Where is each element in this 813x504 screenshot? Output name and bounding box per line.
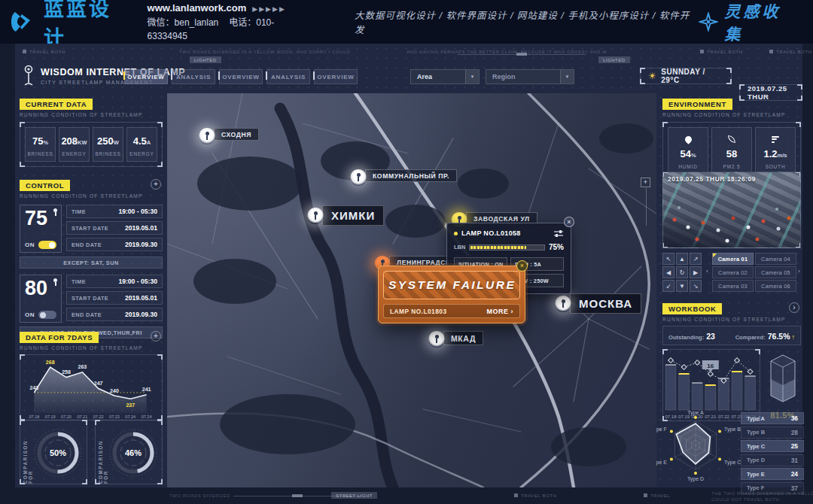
camera-dpad-left[interactable]: ◀	[662, 266, 674, 278]
stat-value: 250	[97, 135, 114, 147]
tab-overview-0[interactable]: OVERVIEW	[124, 69, 168, 84]
corner-mark	[796, 243, 801, 248]
camera-dpad-down[interactable]: ▼	[676, 280, 688, 292]
control-panel: CONTROL RUNNING CONDITION OF STREETLAMP …	[20, 178, 163, 339]
camera-dpad-up-right[interactable]: ↗	[690, 253, 702, 265]
stat-tile-briness: 250WBRINESS	[93, 127, 123, 162]
workbook-panel: WORKBOOK RUNNING CONDITION OF STREETLAMP…	[662, 301, 801, 421]
stat-tile-energy: 4.5AENERGY	[126, 127, 157, 162]
tab-overview-4[interactable]: OVERVIEW	[314, 69, 358, 84]
tab-analysis-3[interactable]: ANALYSIS	[266, 69, 310, 84]
radar-legend-row-5: Type E24	[741, 468, 804, 480]
map-label[interactable]: МОСКВА	[570, 293, 641, 314]
stat-tile-briness: 75%BRINESS	[25, 127, 56, 162]
chevron-down-icon[interactable]: ▼	[465, 70, 479, 83]
camera-dpad-right[interactable]: ▶	[690, 266, 702, 278]
schedule-row[interactable]: END DATE2019.09.30	[66, 238, 163, 251]
city-map[interactable]: +СХОДНЯКОММУНАЛЬНЫЙ ПР.ХИМКИЗАВОДСКАЯ УЛ…	[167, 93, 656, 487]
close-icon[interactable]: ×	[516, 260, 528, 272]
decor-item: LIGHTED	[598, 56, 630, 63]
expand-plus-button[interactable]: +	[151, 179, 161, 190]
radar-legend-row-3: Type C25	[741, 440, 804, 452]
map-pin-6[interactable]	[555, 296, 571, 312]
toggle-knob	[40, 312, 46, 318]
cameras-next-icon[interactable]: ›	[798, 268, 800, 275]
map-pin-3[interactable]	[307, 208, 324, 224]
radar-legend-row-2: Type B28	[741, 427, 804, 439]
tab-analysis-1[interactable]: ANALYSIS	[172, 69, 215, 84]
expand-chevron-button[interactable]: ›	[789, 302, 799, 313]
schedule-value: 2019.09.30	[125, 311, 157, 318]
map-label[interactable]: ХИМКИ	[322, 205, 384, 226]
toggle-knob	[49, 242, 55, 248]
camera-button-1[interactable]: Camera 01	[712, 253, 754, 265]
stat-unit: KW	[78, 139, 87, 146]
env-label: PM2.5	[712, 164, 751, 169]
legend-label: Type B	[747, 429, 765, 436]
stat-unit: A	[147, 139, 151, 146]
map-label[interactable]: СХОДНЯ	[214, 128, 259, 141]
area-select[interactable]: Area ▼	[410, 69, 480, 84]
stat-unit: %	[43, 139, 48, 146]
stat-unit: W	[114, 139, 119, 146]
region-select[interactable]: Region ▼	[486, 69, 574, 84]
decor-item: TWO ROADS DIVERGED	[169, 493, 230, 498]
control-body: 75ONTIME19:00 - 05:30START DATE2019.05.0…	[20, 205, 163, 339]
panel-badge: DATA FOR 7DAYS	[20, 332, 99, 343]
svg-text:07.20: 07.20	[61, 414, 72, 419]
svg-text:Type C: Type C	[724, 460, 741, 466]
camera-dpad-rotate[interactable]: ↻	[676, 266, 688, 278]
schedule-row[interactable]: TIME19:00 - 05:30	[66, 205, 163, 218]
arrows-decor: ▶▶▶▶▶	[252, 5, 286, 13]
map-label[interactable]: МКАД	[443, 331, 483, 345]
svg-text:268: 268	[46, 360, 55, 365]
map-label[interactable]: КОММУНАЛЬНЫЙ ПР.	[365, 169, 457, 182]
expand-plus-button[interactable]: +	[151, 331, 161, 342]
schedule-row[interactable]: START DATE2019.05.01	[66, 291, 163, 305]
schedule-row[interactable]: END DATE2019.09.30	[66, 308, 163, 321]
toggle-state-label: ON	[25, 241, 35, 248]
map-pin-1[interactable]	[199, 128, 215, 144]
camera-dpad-down-right[interactable]: ↘	[690, 280, 702, 292]
panel-subtitle: RUNNING CONDITION OF STREETLAMP	[20, 193, 163, 199]
map-zoom-button[interactable]: +	[641, 178, 650, 187]
website-link[interactable]: www.lanlanwork.com	[148, 2, 247, 14]
stat-value: 208	[61, 135, 78, 147]
brightness-bar-fill	[470, 246, 526, 249]
element: LBN75%	[454, 243, 564, 251]
promo-banner: 蓝蓝设计 www.lanlanwork.com▶▶▶▶▶ 微信：ben_lanl…	[0, 0, 813, 44]
camera-button-2[interactable]: Camera 02	[712, 266, 754, 278]
svg-text:07.22: 07.22	[93, 414, 104, 419]
camera-dpad-up-left[interactable]: ↖	[662, 253, 674, 265]
corner-mark	[157, 162, 163, 167]
camera-button-4[interactable]: Camera 04	[755, 253, 796, 265]
schedule-label: TIME	[72, 208, 86, 215]
corner-mark	[20, 162, 25, 167]
close-icon[interactable]: ×	[564, 217, 574, 227]
camera-button-3[interactable]: Camera 03	[712, 280, 754, 292]
brightness-box: 75ON	[20, 205, 62, 253]
schedule-row[interactable]: START DATE2019.05.01	[66, 221, 163, 235]
chevron-down-icon[interactable]: ▼	[560, 70, 574, 83]
cameras-prev-icon[interactable]: ‹	[706, 268, 708, 275]
sliders-icon[interactable]	[553, 229, 564, 237]
camera-dpad-down-left[interactable]: ↙	[662, 280, 674, 292]
map-pin-7[interactable]	[428, 331, 445, 348]
lamp-icon	[53, 278, 57, 282]
legend-label: Type F	[747, 484, 764, 491]
camera-button-6[interactable]: Camera 06	[755, 280, 796, 292]
camera-button-5[interactable]: Camera 05	[755, 266, 796, 278]
tab-overview-2[interactable]: OVERVIEW	[219, 69, 263, 84]
schedule-value: 2019.05.01	[125, 294, 157, 302]
power-toggle[interactable]	[38, 241, 56, 249]
schedule-row[interactable]: TIME19:00 - 05:30	[66, 275, 163, 288]
more-link[interactable]: MORE ›	[487, 308, 514, 315]
map-pin-2[interactable]	[350, 169, 367, 186]
power-toggle[interactable]	[38, 311, 56, 319]
wind-icon	[756, 134, 795, 144]
lbn-label: LBN	[454, 244, 465, 250]
services-text: 大数据可视化设计 / 软件界面设计 / 网站建设 / 手机及小程序设计 / 软件…	[355, 8, 699, 36]
env-unit: m/s	[778, 152, 787, 159]
lamp-icon	[458, 216, 461, 220]
camera-dpad-up[interactable]: ▲	[676, 253, 688, 265]
